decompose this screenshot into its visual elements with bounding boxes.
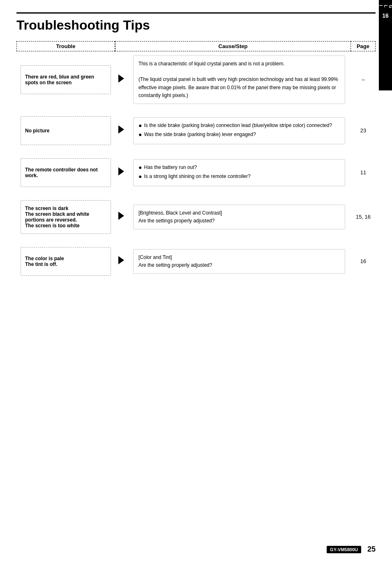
- table-row: The remote controller does not work.●Has…: [16, 153, 376, 192]
- table-row: There are red, blue and green spots on t…: [16, 51, 376, 108]
- row-spacer: [16, 192, 376, 195]
- page-number: 25: [367, 545, 376, 554]
- row-spacer: [16, 239, 376, 242]
- cause-text: [Color and Tint] Are the setting properl…: [138, 254, 340, 269]
- arrow-icon: [115, 111, 127, 150]
- trouble-text: The color is pale The tint is off.: [21, 247, 111, 276]
- page-ref: 15, 16: [351, 195, 376, 239]
- trouble-table: Trouble Cause/Step Page There are red, b…: [16, 41, 376, 281]
- table-row: The screen is dark The screen black and …: [16, 195, 376, 239]
- col-header-page: Page: [351, 41, 376, 51]
- cause-text: This is a characteristic of liquid cryst…: [138, 60, 340, 99]
- page-ref: 23: [351, 111, 376, 150]
- page-ref: 11: [351, 153, 376, 192]
- page-ref: 16: [351, 242, 376, 281]
- arrow-icon: [115, 195, 127, 239]
- col-header-cause: Cause/Step: [115, 41, 351, 51]
- trouble-cell: There are red, blue and green spots on t…: [16, 51, 115, 108]
- cause-cell: ●Is the side brake (parking brake) conne…: [127, 111, 351, 150]
- page-title: Troubleshooting Tips: [16, 18, 376, 33]
- row-spacer: [16, 150, 376, 153]
- side-tab-number: 16: [382, 12, 389, 19]
- cause-item: ●Has the battery run out?: [138, 164, 340, 172]
- trouble-text: The screen is dark The screen black and …: [21, 200, 111, 234]
- cause-cell: This is a characteristic of liquid cryst…: [127, 51, 351, 108]
- model-badge: GY-VM5800U: [327, 546, 361, 553]
- bottom-area: GY-VM5800U 25: [327, 545, 376, 554]
- side-tab: ENGLISH 16: [379, 0, 392, 90]
- cause-text: [Brightness, Black Level and Contrast] A…: [138, 209, 340, 225]
- trouble-text: There are red, blue and green spots on t…: [21, 65, 111, 94]
- trouble-cell: The screen is dark The screen black and …: [16, 195, 115, 239]
- row-spacer: [16, 108, 376, 111]
- trouble-cell: The color is pale The tint is off.: [16, 242, 115, 281]
- cause-cell: ●Has the battery run out?●Is a strong li…: [127, 153, 351, 192]
- top-border: [16, 12, 376, 14]
- trouble-cell: No picture: [16, 111, 115, 150]
- cause-item: ●Was the side brake (parking brake) leve…: [138, 131, 340, 139]
- col-header-trouble: Trouble: [16, 41, 115, 51]
- trouble-text: No picture: [21, 116, 111, 145]
- arrow-icon: [115, 242, 127, 281]
- cause-cell: [Color and Tint] Are the setting properl…: [127, 242, 351, 281]
- side-tab-label: ENGLISH: [368, 5, 392, 9]
- cause-text: Has the battery run out?: [144, 164, 197, 171]
- page-ref: –: [351, 51, 376, 108]
- table-row: No picture●Is the side brake (parking br…: [16, 111, 376, 150]
- trouble-text: The remote controller does not work.: [21, 158, 111, 187]
- cause-text: Was the side brake (parking brake) lever…: [144, 131, 256, 139]
- cause-text: Is the side brake (parking brake) connec…: [144, 122, 332, 129]
- cause-cell: [Brightness, Black Level and Contrast] A…: [127, 195, 351, 239]
- cause-item: ●Is the side brake (parking brake) conne…: [138, 122, 340, 130]
- table-row: The color is pale The tint is off.[Color…: [16, 242, 376, 281]
- cause-item: ●Is a strong light shining on the remote…: [138, 173, 340, 181]
- cause-text: Is a strong light shining on the remote …: [144, 173, 250, 180]
- arrow-icon: [115, 51, 127, 108]
- arrow-icon: [115, 153, 127, 192]
- trouble-cell: The remote controller does not work.: [16, 153, 115, 192]
